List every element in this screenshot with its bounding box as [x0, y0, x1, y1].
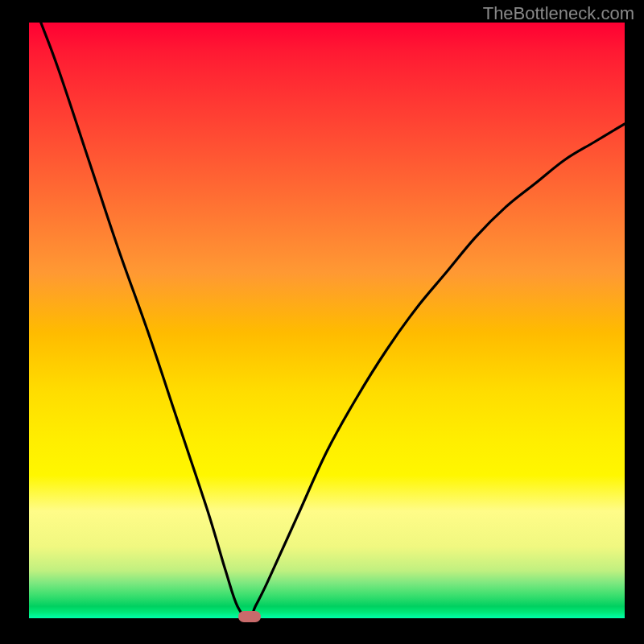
minimum-marker	[238, 611, 261, 622]
bottleneck-curve-path	[41, 23, 625, 618]
plot-area	[29, 23, 625, 618]
watermark-text: TheBottleneck.com	[483, 3, 634, 24]
curve-svg	[29, 23, 625, 618]
